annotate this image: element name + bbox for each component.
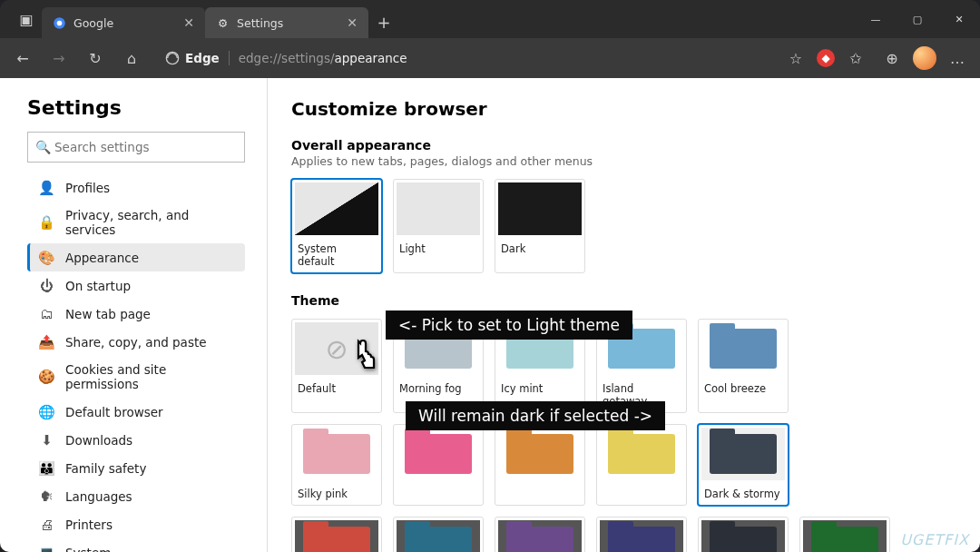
nav-startup[interactable]: ⏻On startup — [27, 271, 245, 300]
theme-label: Silky pink — [292, 483, 381, 505]
theme-row3-2[interactable] — [393, 517, 484, 552]
nav-new-tab[interactable]: 🗂New tab page — [27, 300, 245, 328]
nav-label: Appearance — [65, 251, 139, 265]
url-text: edge://settings/appearance — [239, 51, 407, 65]
nav-appearance[interactable]: 🎨Appearance — [27, 243, 245, 271]
nav-label: Profiles — [65, 181, 110, 195]
option-label: Light — [394, 238, 483, 260]
theme-row2-2[interactable] — [393, 424, 484, 506]
printer-icon: 🖨 — [39, 517, 54, 532]
theme-row3-3[interactable] — [495, 517, 585, 552]
minimize-button[interactable]: — — [855, 5, 897, 34]
nav-label: Printers — [65, 518, 113, 532]
browser-icon: 🌐 — [39, 404, 54, 419]
theme-silky-pink[interactable]: Silky pink — [291, 424, 382, 506]
favorites-icon[interactable]: ✩ — [840, 43, 871, 74]
language-icon: 🗣 — [39, 488, 54, 504]
settings-nav: 👤Profiles 🔒Privacy, search, and services… — [27, 173, 245, 552]
appearance-option-light[interactable]: Light — [393, 179, 484, 273]
lock-icon: 🔒 — [39, 215, 54, 231]
theme-row3-5[interactable] — [698, 517, 789, 552]
theme-default[interactable]: ⊘ Default — [291, 319, 382, 413]
nav-printers[interactable]: 🖨Printers — [27, 510, 245, 538]
browser-tab-google[interactable]: Google ✕ — [42, 7, 205, 38]
refresh-button[interactable]: ↻ — [80, 43, 111, 74]
theme-row2-3[interactable] — [495, 424, 585, 506]
theme-label: Dark & stormy — [699, 483, 788, 505]
download-icon: ⬇ — [39, 432, 54, 448]
window-titlebar: ▣ Google ✕ ⚙ Settings ✕ + — ▢ ✕ — [0, 0, 980, 38]
nav-label: Languages — [65, 489, 132, 504]
theme-label: Icy mint — [495, 378, 584, 399]
theme-row3-6[interactable] — [799, 517, 890, 552]
theme-grid: ⊘ Default Morning fog Icy mint Island ge… — [291, 319, 956, 552]
family-icon: 👪 — [39, 460, 54, 476]
forward-button[interactable]: → — [44, 43, 74, 74]
nav-label: System — [65, 546, 111, 553]
search-settings-box[interactable]: 🔍 — [27, 132, 245, 163]
search-icon: 🔍 — [35, 140, 51, 154]
nav-privacy[interactable]: 🔒Privacy, search, and services — [27, 202, 245, 243]
thumb-dark — [498, 182, 582, 235]
profile-icon: 👤 — [39, 180, 54, 195]
maximize-button[interactable]: ▢ — [897, 5, 938, 34]
browser-tab-settings[interactable]: ⚙ Settings ✕ — [205, 7, 368, 38]
overall-subtitle: Applies to new tabs, pages, dialogs and … — [291, 154, 956, 168]
thumb-light — [397, 182, 480, 235]
nav-label: Downloads — [65, 433, 132, 448]
theme-cool-breeze[interactable]: Cool breeze — [698, 319, 789, 413]
theme-row3-1[interactable] — [291, 517, 382, 552]
nav-languages[interactable]: 🗣Languages — [27, 482, 245, 510]
theme-label: Cool breeze — [699, 378, 788, 399]
theme-title: Theme — [291, 293, 956, 308]
nav-profiles[interactable]: 👤Profiles — [27, 173, 245, 202]
favorite-icon[interactable]: ☆ — [780, 43, 811, 74]
nav-downloads[interactable]: ⬇Downloads — [27, 426, 245, 454]
page-title: Settings — [27, 96, 245, 119]
back-button[interactable]: ← — [7, 43, 38, 74]
close-icon[interactable]: ✕ — [347, 15, 358, 30]
appearance-option-system-default[interactable]: System default — [291, 179, 382, 273]
extension-badge[interactable]: ◆ — [817, 49, 835, 67]
tab-title: Google — [74, 16, 113, 30]
google-icon — [53, 16, 66, 30]
gear-icon: ⚙ — [216, 16, 230, 30]
nav-cookies[interactable]: 🍪Cookies and site permissions — [27, 356, 245, 398]
theme-label: Morning fog — [394, 378, 483, 399]
site-identity: Edge — [165, 51, 230, 65]
cookie-icon: 🍪 — [39, 370, 54, 385]
browser-toolbar: ← → ↻ ⌂ Edge edge://settings/appearance … — [0, 38, 980, 78]
nav-system[interactable]: 💻System — [27, 538, 245, 552]
home-button[interactable]: ⌂ — [116, 43, 147, 74]
nav-default-browser[interactable]: 🌐Default browser — [27, 398, 245, 426]
collections-icon[interactable]: ⊕ — [877, 43, 907, 74]
nav-label: Cookies and site permissions — [65, 362, 236, 391]
search-settings-input[interactable] — [51, 140, 237, 154]
theme-row3-4[interactable] — [596, 517, 687, 552]
theme-row2-4[interactable] — [596, 424, 687, 506]
new-tab-button[interactable]: + — [368, 6, 399, 37]
svg-point-1 — [57, 20, 63, 25]
settings-page: Settings 🔍 👤Profiles 🔒Privacy, search, a… — [0, 78, 980, 552]
address-bar[interactable]: Edge edge://settings/appearance — [156, 45, 416, 71]
settings-sidebar: Settings 🔍 👤Profiles 🔒Privacy, search, a… — [0, 78, 268, 552]
nav-share[interactable]: 📤Share, copy, and paste — [27, 328, 245, 356]
close-icon[interactable]: ✕ — [183, 15, 194, 30]
watermark-text: UGETFIX — [900, 531, 969, 548]
profile-avatar[interactable] — [913, 46, 936, 70]
nav-label: Default browser — [65, 405, 163, 419]
appearance-option-dark[interactable]: Dark — [495, 179, 585, 273]
option-label: Dark — [495, 238, 584, 260]
overall-options: System default Light Dark — [291, 179, 956, 273]
theme-label: Default — [292, 378, 381, 399]
annotation-light-theme: <- Pick to set to Light theme — [386, 310, 632, 340]
annotation-dark-theme: Will remain dark if selected -> — [406, 401, 665, 430]
more-menu-button[interactable]: … — [942, 43, 973, 74]
nav-family[interactable]: 👪Family safety — [27, 454, 245, 482]
close-window-button[interactable]: ✕ — [938, 5, 980, 34]
nav-label: Share, copy, and paste — [65, 335, 207, 350]
theme-dark-stormy[interactable]: Dark & stormy — [698, 424, 789, 506]
tab-actions-icon[interactable]: ▣ — [11, 4, 42, 34]
nav-label: New tab page — [65, 307, 151, 321]
thumb-system — [295, 182, 378, 235]
